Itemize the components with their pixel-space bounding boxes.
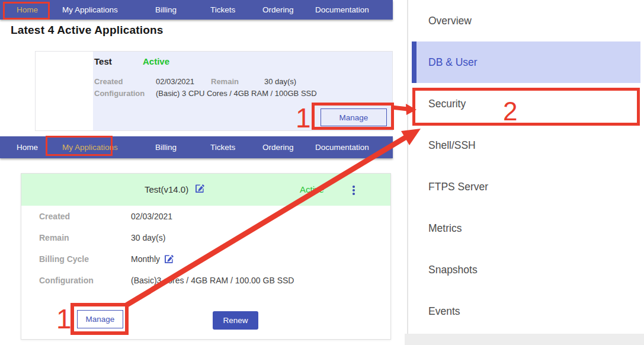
page-background-strip xyxy=(405,334,644,345)
configuration-value: (Basic)3 cores / 4GB RAM / 100.00 GB SSD xyxy=(131,276,294,285)
app-status-badge: Active xyxy=(143,56,169,66)
sidebar-item-shell-ssh[interactable]: Shell/SSH xyxy=(408,124,640,166)
kebab-menu-icon[interactable] xyxy=(348,182,360,199)
renew-button[interactable]: Renew xyxy=(213,311,258,330)
billing-cycle-label: Billing Cycle xyxy=(39,254,89,264)
app-thumbnail-placeholder xyxy=(36,52,93,130)
sidebar-item-metrics[interactable]: Metrics xyxy=(408,207,640,249)
sidebar-item-db-user[interactable]: DB & User xyxy=(408,41,640,83)
sidebar-item-events[interactable]: Events xyxy=(408,290,640,332)
created-label: Created xyxy=(39,212,70,221)
edit-billing-cycle-icon[interactable] xyxy=(165,255,174,264)
created-value: 02/03/2021 xyxy=(156,77,194,86)
page-title: Latest 4 Active Applications xyxy=(11,24,164,37)
remain-value: 30 day(s) xyxy=(131,233,165,242)
manage-button-summary[interactable]: Manage xyxy=(321,108,387,126)
manage-button-detail[interactable]: Manage xyxy=(77,310,123,328)
created-label: Created xyxy=(94,77,123,86)
manage-sidebar: Overview DB & User Security Shell/SSH FT… xyxy=(407,0,640,334)
navbar-home-view: Home My Applications Billing Tickets Ord… xyxy=(0,0,393,20)
nav-item-ordering[interactable]: Ordering xyxy=(262,0,294,20)
nav-item-documentation[interactable]: Documentation xyxy=(315,0,369,20)
configuration-label: Configuration xyxy=(94,89,145,98)
detail-card-header: Test(v14.0) Active xyxy=(21,174,390,206)
screen: Home My Applications Billing Tickets Ord… xyxy=(0,0,644,345)
remain-label: Remain xyxy=(39,233,69,242)
nav-item-home[interactable]: Home xyxy=(17,0,38,20)
remain-label: Remain xyxy=(211,77,239,86)
sidebar-item-snapshots[interactable]: Snapshots xyxy=(408,249,640,290)
billing-cycle-value: Monthly xyxy=(131,254,174,264)
created-value: 02/03/2021 xyxy=(131,212,172,221)
configuration-value: (Basic) 3 CPU Cores / 4GB RAM / 100GB SS… xyxy=(156,89,317,98)
sidebar-item-overview[interactable]: Overview xyxy=(408,0,640,41)
remain-value: 30 day(s) xyxy=(264,77,296,86)
nav-item-billing[interactable]: Billing xyxy=(155,136,177,158)
nav-item-billing[interactable]: Billing xyxy=(155,0,177,20)
nav-item-my-applications[interactable]: My Applications xyxy=(62,136,118,158)
nav-item-documentation[interactable]: Documentation xyxy=(315,136,369,158)
application-summary-card: Test Active Created 02/03/2021 Remain 30… xyxy=(35,51,393,131)
configuration-label: Configuration xyxy=(39,276,94,285)
nav-item-ordering[interactable]: Ordering xyxy=(262,136,294,158)
app-name: Test xyxy=(94,56,112,66)
edit-title-icon[interactable] xyxy=(196,184,204,196)
nav-item-tickets[interactable]: Tickets xyxy=(210,0,235,20)
nav-item-home[interactable]: Home xyxy=(17,136,38,158)
application-detail-card: Test(v14.0) Active Created 02/03/2021 Re… xyxy=(21,173,391,340)
billing-cycle-text: Monthly xyxy=(131,254,160,264)
sidebar-item-security[interactable]: Security xyxy=(408,83,640,124)
navbar-my-applications-view: Home My Applications Billing Tickets Ord… xyxy=(0,136,393,158)
app-status-badge: Active xyxy=(300,184,324,194)
short-arrow-shaft xyxy=(392,107,408,109)
nav-item-my-applications[interactable]: My Applications xyxy=(62,0,118,20)
sidebar-item-ftps-server[interactable]: FTPS Server xyxy=(408,166,640,207)
nav-item-tickets[interactable]: Tickets xyxy=(210,136,235,158)
app-title: Test(v14.0) xyxy=(145,184,188,194)
active-indicator-stripe xyxy=(412,41,416,83)
sidebar-item-label: DB & User xyxy=(428,56,478,68)
